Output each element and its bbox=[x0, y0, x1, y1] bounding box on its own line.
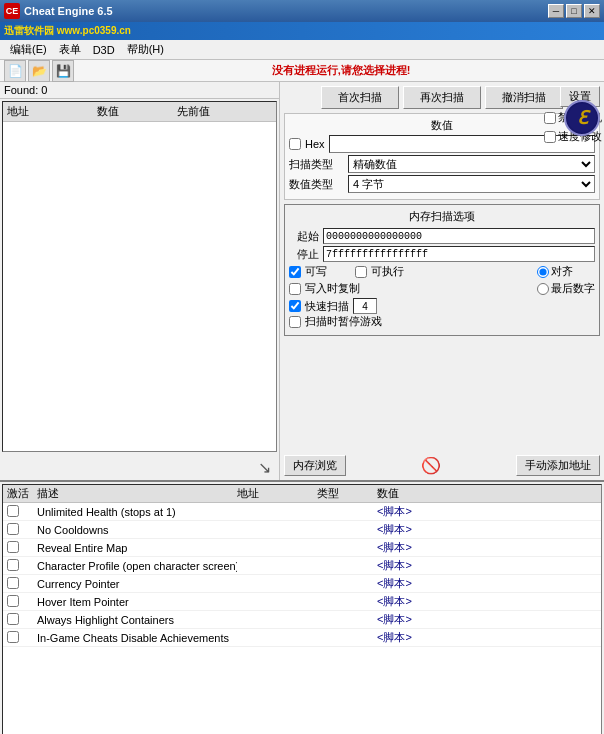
cheat-checkbox-6[interactable] bbox=[7, 613, 19, 625]
cheat-desc-0: Unlimited Health (stops at 1) bbox=[37, 506, 237, 518]
cheat-checkbox-1[interactable] bbox=[7, 523, 19, 535]
last-digit-radio[interactable] bbox=[537, 283, 549, 295]
cheat-row-0: Unlimited Health (stops at 1) <脚本> bbox=[3, 503, 601, 521]
open-button[interactable]: 📂 bbox=[28, 60, 50, 82]
col-prev-value: 先前值 bbox=[177, 104, 237, 119]
cheat-desc-1: No Cooldowns bbox=[37, 524, 237, 536]
memory-browser-button[interactable]: 内存浏览 bbox=[284, 455, 346, 476]
watermark-bar: 迅雷软件园 www.pc0359.cn bbox=[0, 22, 604, 40]
col-address: 地址 bbox=[7, 104, 67, 119]
first-scan-button[interactable]: 首次扫描 bbox=[321, 86, 399, 109]
mem-scan-title: 内存扫描选项 bbox=[289, 209, 595, 224]
col-description: 描述 bbox=[37, 486, 237, 501]
memory-scan-box: 内存扫描选项 起始 停止 可写 bbox=[284, 204, 600, 336]
process-status: 没有进程运行,请您选择进程! bbox=[82, 63, 600, 78]
cheat-checkbox-5[interactable] bbox=[7, 595, 19, 607]
copy-on-write-checkbox[interactable] bbox=[289, 283, 301, 295]
cheat-val-1: <脚本> bbox=[377, 522, 437, 537]
cheat-checkbox-4[interactable] bbox=[7, 577, 19, 589]
ce-logo: Ɛ bbox=[564, 100, 600, 136]
cheat-desc-3: Character Profile (open character screen… bbox=[37, 560, 237, 572]
cheat-list-area: 激活 描述 地址 类型 数值 Unlimited Health (stops a… bbox=[2, 484, 602, 734]
address-list: 地址 数值 先前值 bbox=[2, 101, 277, 452]
executable-checkbox[interactable] bbox=[355, 266, 367, 278]
cancel-scan-button[interactable]: 撤消扫描 bbox=[485, 86, 563, 109]
list-header: 地址 数值 先前值 bbox=[3, 102, 276, 122]
cheat-row-5: Hover Item Pointer <脚本> bbox=[3, 593, 601, 611]
maximize-button[interactable]: □ bbox=[566, 4, 582, 18]
pointer-icon[interactable]: ↘ bbox=[253, 456, 275, 478]
top-panel: Found: 0 地址 数值 先前值 ↘ 设置 首次扫描 再次扫描 bbox=[0, 82, 604, 482]
pointer-toolbar: ↘ bbox=[0, 454, 279, 480]
menu-d3d[interactable]: D3D bbox=[87, 42, 121, 58]
cheat-val-0: <脚本> bbox=[377, 504, 437, 519]
fast-scan-input[interactable] bbox=[353, 298, 377, 314]
app-icon: CE bbox=[4, 3, 20, 19]
cheat-checkbox-3[interactable] bbox=[7, 559, 19, 571]
cheat-row-7: In-Game Cheats Disable Achievements <脚本> bbox=[3, 629, 601, 647]
window-title: Cheat Engine 6.5 bbox=[24, 5, 548, 17]
manual-add-button[interactable]: 手动添加地址 bbox=[516, 455, 600, 476]
menu-bar: 编辑(E) 表单 D3D 帮助(H) bbox=[0, 40, 604, 60]
new-button[interactable]: 📄 bbox=[4, 60, 26, 82]
main-container: Found: 0 地址 数值 先前值 ↘ 设置 首次扫描 再次扫描 bbox=[0, 82, 604, 734]
next-scan-button[interactable]: 再次扫描 bbox=[403, 86, 481, 109]
start-label: 起始 bbox=[289, 229, 319, 244]
fast-scan-checkbox[interactable] bbox=[289, 300, 301, 312]
value-type-select[interactable]: 4 字节 bbox=[348, 175, 595, 193]
col-value: 数值 bbox=[97, 104, 157, 119]
last-digit-label: 最后数字 bbox=[551, 281, 595, 296]
cheat-row-2: Reveal Entire Map <脚本> bbox=[3, 539, 601, 557]
cheat-list-header: 激活 描述 地址 类型 数值 bbox=[3, 485, 601, 503]
cheat-desc-4: Currency Pointer bbox=[37, 578, 237, 590]
col-cheat-value: 数值 bbox=[377, 486, 437, 501]
cheat-desc-7: In-Game Cheats Disable Achievements bbox=[37, 632, 237, 644]
cheat-checkbox-2[interactable] bbox=[7, 541, 19, 553]
writable-checkbox[interactable] bbox=[289, 266, 301, 278]
scan-type-select[interactable]: 精确数值 bbox=[348, 155, 595, 173]
pause-scan-row: 扫描时暂停游戏 bbox=[289, 314, 529, 329]
value-type-row: 数值类型 4 字节 bbox=[289, 175, 595, 193]
cheat-val-3: <脚本> bbox=[377, 558, 437, 573]
scan-type-label: 扫描类型 bbox=[289, 157, 344, 172]
options-columns: 可写 可执行 写入时复制 快速扫描 bbox=[289, 264, 595, 331]
start-addr-input[interactable] bbox=[323, 228, 595, 244]
scan-buttons: 首次扫描 再次扫描 撤消扫描 bbox=[284, 86, 600, 109]
copy-on-write-row: 写入时复制 bbox=[289, 281, 529, 296]
speed-modify-checkbox[interactable] bbox=[544, 131, 556, 143]
stop-addr-row: 停止 bbox=[289, 246, 595, 262]
copy-on-write-label: 写入时复制 bbox=[305, 281, 360, 296]
value-type-label: 数值类型 bbox=[289, 177, 344, 192]
disable-random-checkbox[interactable] bbox=[544, 112, 556, 124]
hex-checkbox[interactable] bbox=[289, 138, 301, 150]
menu-edit[interactable]: 编辑(E) bbox=[4, 40, 53, 59]
right-panel: 设置 首次扫描 再次扫描 撤消扫描 数值 Hex 扫描类型 精确数值 bbox=[280, 82, 604, 480]
cheat-row-1: No Cooldowns <脚本> bbox=[3, 521, 601, 539]
cheat-checkbox-0[interactable] bbox=[7, 505, 19, 517]
cheat-desc-2: Reveal Entire Map bbox=[37, 542, 237, 554]
cheat-checkbox-7[interactable] bbox=[7, 631, 19, 643]
menu-table[interactable]: 表单 bbox=[53, 40, 87, 59]
align-label: 对齐 bbox=[551, 264, 573, 279]
stop-addr-input[interactable] bbox=[323, 246, 595, 262]
menu-help[interactable]: 帮助(H) bbox=[121, 40, 170, 59]
action-buttons: 内存浏览 🚫 手动添加地址 bbox=[284, 450, 600, 476]
pause-scan-label: 扫描时暂停游戏 bbox=[305, 314, 382, 329]
cheat-val-6: <脚本> bbox=[377, 612, 437, 627]
pause-scan-checkbox[interactable] bbox=[289, 316, 301, 328]
scan-type-row: 扫描类型 精确数值 bbox=[289, 155, 595, 173]
watermark-text: 迅雷软件园 www.pc0359.cn bbox=[4, 24, 131, 38]
cheat-row-3: Character Profile (open character screen… bbox=[3, 557, 601, 575]
cheat-val-5: <脚本> bbox=[377, 594, 437, 609]
no-entry-icon[interactable]: 🚫 bbox=[420, 454, 442, 476]
minimize-button[interactable]: ─ bbox=[548, 4, 564, 18]
close-button[interactable]: ✕ bbox=[584, 4, 600, 18]
left-panel: Found: 0 地址 数值 先前值 ↘ bbox=[0, 82, 280, 480]
fast-scan-row: 快速扫描 bbox=[289, 298, 529, 314]
align-radio[interactable] bbox=[537, 266, 549, 278]
align-row: 对齐 bbox=[537, 264, 595, 279]
save-button[interactable]: 💾 bbox=[52, 60, 74, 82]
cheat-val-7: <脚本> bbox=[377, 630, 437, 645]
address-list-body bbox=[3, 122, 276, 451]
cheat-desc-6: Always Highlight Containers bbox=[37, 614, 237, 626]
